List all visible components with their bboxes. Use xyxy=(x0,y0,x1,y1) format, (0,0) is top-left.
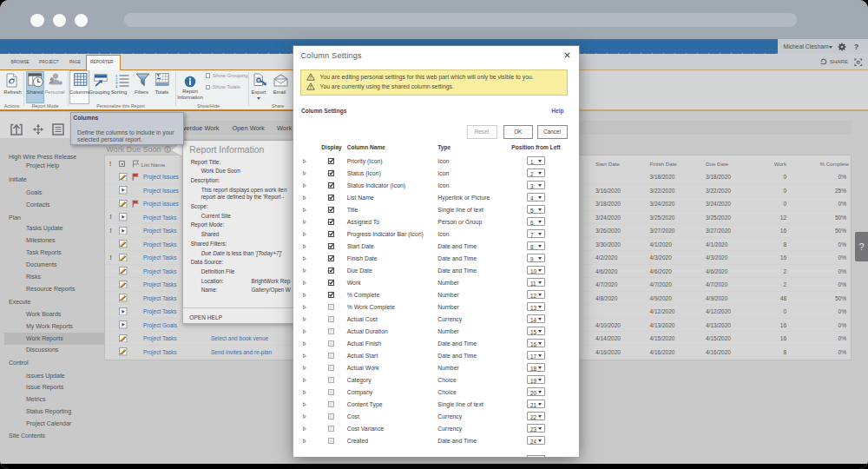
svg-text:Σ: Σ xyxy=(156,73,161,81)
svg-text:4: 4 xyxy=(115,84,118,88)
